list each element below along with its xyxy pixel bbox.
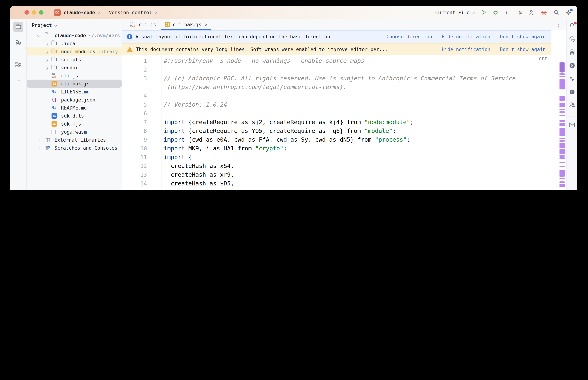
gutter [147, 83, 162, 92]
code-line[interactable]: 12 createHash as xS4, [122, 162, 567, 171]
ide-window: CC claude-code Version control Current F… [10, 6, 577, 190]
right-tool-stripe [567, 19, 577, 190]
folder-icon [52, 58, 57, 61]
tree-item-claude-code[interactable]: claude-code~/.nvm/vers [27, 31, 122, 39]
line-number: 11 [122, 153, 147, 162]
database-button[interactable] [569, 49, 576, 56]
minimize-window-button[interactable] [32, 10, 36, 15]
settings-badge [570, 9, 573, 11]
code-line[interactable]: 10import MK9, * as HA1 from "crypto"; [122, 144, 567, 153]
code-line[interactable]: 1#!/usr/bin/env -S node --no-warnings --… [122, 57, 567, 65]
plugin-button[interactable] [569, 75, 576, 82]
tree-item-label: LICENSE.md [61, 89, 90, 94]
run-button[interactable] [481, 9, 487, 15]
zoom-window-button[interactable] [39, 10, 43, 15]
code-editor[interactable]: 1#!/usr/bin/env -S node --no-warnings --… [122, 55, 567, 190]
more-tool-windows-button[interactable]: ⋯ [13, 75, 23, 85]
code-line[interactable]: 5// Version: 1.0.24 [122, 100, 567, 109]
project-tool-button[interactable] [13, 22, 23, 32]
code-text: createHash as xS4, [162, 162, 234, 171]
code-text: import MK9, * as HA1 from "crypto"; [162, 144, 287, 153]
tree-item-label: cli.js [61, 73, 78, 78]
code-line[interactable]: 9import {cwd as e0A, cwd as FfA, cwd as … [122, 135, 567, 144]
js-file-icon: JS [165, 22, 170, 27]
tab-cli-bak-js[interactable]: JS cli-bak.js × [161, 19, 212, 30]
search-everywhere-button[interactable] [553, 9, 559, 15]
line-number: 8 [122, 127, 147, 135]
tab-cli-js[interactable]: 100JS cli.js [126, 19, 161, 30]
scrollbar-thumb[interactable] [560, 62, 564, 73]
run-configuration-selector[interactable]: Current File [435, 10, 474, 15]
dont-show-again-link[interactable]: Don't show again [500, 34, 546, 39]
editor-area: 100JS cli.js JS cli-bak.js × ⋮ i Visual … [122, 19, 567, 190]
debug-button[interactable] [493, 9, 498, 15]
tree-expand-icon[interactable] [37, 138, 41, 142]
more-actions-button[interactable]: ⋯ [503, 11, 510, 14]
project-menu[interactable]: claude-code [63, 10, 100, 15]
code-line[interactable]: 15 createHash as n45, [122, 188, 567, 190]
tree-expand-icon[interactable] [45, 50, 48, 53]
mentions-icon[interactable]: @ [519, 9, 522, 16]
code-line[interactable]: 13 createHash as xr9, [122, 171, 567, 179]
gutter [147, 171, 162, 179]
tree-item-sdk-mjs[interactable]: JSsdk.mjs [27, 120, 122, 128]
tab-list-button[interactable]: ⋮ [556, 21, 567, 27]
tree-item-package-json[interactable]: {}package.json [27, 96, 122, 104]
tree-item-external-libraries[interactable]: External Libraries [27, 136, 122, 144]
code-line[interactable]: 7import {createRequire as sj2, createReq… [122, 118, 567, 127]
structure-tool-button[interactable] [13, 59, 23, 70]
code-line[interactable]: (https://www.anthropic.com/legal/commerc… [122, 83, 567, 92]
notifications-button[interactable] [569, 23, 576, 30]
settings-button[interactable] [565, 9, 571, 16]
tree-expand-icon[interactable] [37, 146, 41, 150]
dont-show-again-link[interactable]: Don't show again [500, 47, 546, 52]
tree-item-scratches-and-consoles[interactable]: Scratches and Consoles [27, 144, 122, 152]
tree-item-cli-bak-js[interactable]: JScli-bak.js [27, 79, 122, 88]
maven-button[interactable] [569, 122, 576, 129]
code-line[interactable]: 2 [122, 65, 567, 74]
code-line[interactable]: 8import {createRequire as YQ5, createReq… [122, 127, 567, 135]
tree-item-vendor[interactable]: vendor [27, 63, 122, 72]
x-circle-plugin-button[interactable] [569, 62, 576, 69]
line-number [122, 83, 147, 92]
tree-expand-icon[interactable] [45, 66, 48, 69]
tree-item-license-md[interactable]: M↓LICENSE.md [27, 88, 122, 96]
close-window-button[interactable] [24, 10, 29, 15]
hide-notification-link[interactable]: Hide notification [442, 47, 490, 52]
code-line[interactable]: 6 [122, 109, 567, 118]
vcs-menu[interactable]: Version control [109, 10, 156, 15]
add-user-button[interactable] [528, 9, 535, 16]
code-line[interactable]: 3// (c) Anthropic PBC. All rights reserv… [122, 74, 567, 83]
tree-expand-icon[interactable] [45, 58, 48, 61]
tree-item-yoga-wasm[interactable]: yoga.wasm [27, 128, 122, 136]
chevron-down-icon [96, 10, 100, 14]
copilot-status-label[interactable]: OFF [539, 57, 547, 61]
tree-item-sdk-d-ts[interactable]: TSsdk.d.ts [27, 112, 122, 120]
code-with-me-button[interactable] [569, 101, 576, 108]
line-number: 13 [122, 171, 147, 179]
hide-notification-link[interactable]: Hide notification [442, 34, 490, 39]
project-panel-header[interactable]: Project [27, 19, 122, 31]
tree-item-cli-js[interactable]: 100JScli.js [27, 72, 122, 79]
pull-requests-tool-button[interactable]: ? [13, 37, 23, 47]
claude-plugin-icon[interactable] [541, 9, 547, 16]
editor-scrollbar[interactable] [560, 55, 565, 190]
gutter [147, 74, 162, 83]
code-line[interactable]: 11import { [122, 153, 567, 162]
tree-item-scripts[interactable]: scripts [27, 56, 122, 63]
tree-expand-icon[interactable] [37, 33, 41, 37]
external-libraries-icon [45, 137, 50, 143]
code-line[interactable]: 4 [122, 92, 567, 100]
tree-item--idea[interactable]: .idea [27, 39, 122, 47]
choose-direction-link[interactable]: Choose direction [386, 34, 432, 39]
tree-item-node-modules[interactable]: node_moduleslibrary [27, 47, 122, 56]
copilot-button[interactable] [569, 88, 576, 95]
tree-expand-icon[interactable] [45, 42, 48, 45]
code-text: // Version: 1.0.24 [162, 100, 227, 109]
code-line[interactable]: 14 createHash as $D5, [122, 179, 567, 188]
project-panel: Project claude-code~/.nvm/vers.ideanode_… [27, 19, 122, 190]
close-tab-icon[interactable]: × [205, 22, 208, 27]
gutter [147, 127, 162, 135]
tree-item-readme-md[interactable]: M↓README.md [27, 104, 122, 112]
ai-assistant-button[interactable] [569, 36, 576, 43]
